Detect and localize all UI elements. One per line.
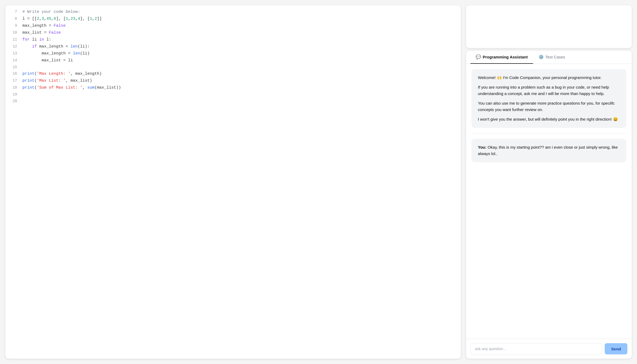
code-line: 7# Write your code below:: [5, 9, 461, 15]
code-content: for li in l:: [22, 37, 51, 43]
tab-test-cases[interactable]: ⚙️ Test Cases: [533, 51, 571, 64]
line-number: 7: [10, 9, 17, 15]
code-content: print('Max List: ', max_list): [22, 78, 92, 84]
line-number: 11: [10, 37, 17, 42]
code-line: 15: [5, 64, 461, 70]
user-message: You: Okay, this is my starting point?? a…: [471, 139, 626, 162]
line-number: 17: [10, 78, 17, 84]
line-number: 20: [10, 98, 17, 104]
code-line: 19: [5, 91, 461, 98]
code-content: print('Sum of Max List: ', sum(max_list)…: [22, 85, 121, 91]
code-line: 16print('Max Length: ', max_length): [5, 70, 461, 77]
code-content: max_list = False: [22, 30, 61, 36]
user-label: You:: [478, 145, 486, 149]
code-line: 20: [5, 98, 461, 104]
code-editor[interactable]: 7# Write your code below:8l = [[2,3,45,6…: [5, 5, 461, 359]
assistant-para-1: Welcome! 🙌 I'm Code Companion, your pers…: [478, 74, 620, 81]
chat-messages[interactable]: Welcome! 🙌 I'm Code Companion, your pers…: [466, 64, 632, 339]
code-content: max_length = len(li): [22, 50, 90, 57]
line-number: 10: [10, 30, 17, 35]
line-number: 16: [10, 71, 17, 77]
code-content: if max_length < len(li):: [22, 43, 90, 50]
line-number: 14: [10, 57, 17, 63]
code-content: print('Max Length: ', max_length): [22, 71, 102, 77]
tabs: 💬 Programming Assistant ⚙️ Test Cases: [466, 51, 632, 64]
chat-icon: 💬: [476, 54, 481, 60]
assistant-message: Welcome! 🙌 I'm Code Companion, your pers…: [471, 69, 626, 128]
assistant-para-3: You can also use me to generate more pra…: [478, 100, 620, 113]
code-line: 12 if max_length < len(li):: [5, 43, 461, 50]
chat-input[interactable]: [470, 343, 602, 354]
line-number: 12: [10, 43, 17, 49]
tab-test-cases-label: Test Cases: [545, 55, 565, 59]
line-number: 19: [10, 92, 17, 97]
code-line: 8l = [[2,3,45,6], [1,23,4], [1,2]]: [5, 15, 461, 22]
code-content: l = [[2,3,45,6], [1,23,4], [1,2]]: [22, 16, 102, 22]
main-container: 7# Write your code below:8l = [[2,3,45,6…: [0, 0, 637, 364]
user-message-content: Okay, this is my starting point?? am i e…: [478, 145, 618, 156]
code-content: max_length = False: [22, 23, 66, 29]
code-line: 10max_list = False: [5, 29, 461, 36]
assistant-para-2: If you are running into a problem such a…: [478, 84, 620, 97]
line-number: 13: [10, 50, 17, 56]
user-message-text: You: Okay, this is my starting point?? a…: [478, 144, 620, 157]
assistant-message-text: Welcome! 🙌 I'm Code Companion, your pers…: [478, 74, 620, 122]
code-content: max_list = li: [22, 57, 73, 64]
tab-programming-assistant-label: Programming Assistant: [483, 55, 528, 59]
line-number: 9: [10, 23, 17, 29]
top-placeholder: [466, 5, 632, 48]
tab-programming-assistant[interactable]: 💬 Programming Assistant: [470, 51, 533, 64]
code-line: 17print('Max List: ', max_list): [5, 77, 461, 84]
assistant-para-4: I won't give you the answer, but will de…: [478, 116, 620, 122]
code-content: # Write your code below:: [22, 9, 80, 15]
line-number: 8: [10, 16, 17, 22]
code-line: 11for li in l:: [5, 36, 461, 43]
right-panel: 💬 Programming Assistant ⚙️ Test Cases We…: [466, 5, 632, 359]
settings-icon: ⚙️: [538, 54, 544, 60]
chat-input-area: Send: [466, 339, 632, 359]
code-line: 13 max_length = len(li): [5, 50, 461, 57]
code-line: 14 max_list = li: [5, 57, 461, 64]
code-panel: 7# Write your code below:8l = [[2,3,45,6…: [5, 5, 461, 359]
send-button[interactable]: Send: [605, 343, 627, 354]
line-number: 15: [10, 64, 17, 70]
code-line: 9max_length = False: [5, 22, 461, 29]
chat-divider: [471, 133, 626, 133]
line-number: 18: [10, 85, 17, 90]
chat-panel: 💬 Programming Assistant ⚙️ Test Cases We…: [466, 51, 632, 359]
code-line: 18print('Sum of Max List: ', sum(max_lis…: [5, 84, 461, 91]
